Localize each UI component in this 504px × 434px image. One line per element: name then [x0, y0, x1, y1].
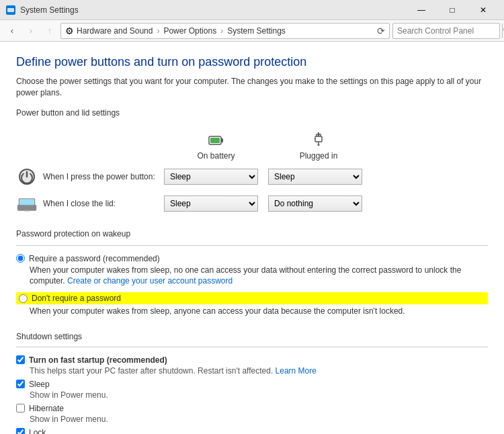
- section-divider-3: [16, 347, 488, 347]
- hibernate-checkbox[interactable]: [16, 404, 25, 413]
- svg-rect-3: [210, 138, 220, 143]
- close-button[interactable]: ✕: [468, 0, 499, 20]
- refresh-button[interactable]: ⟳: [377, 26, 385, 36]
- maximize-button[interactable]: □: [437, 0, 468, 20]
- lid-icon: [16, 193, 38, 214]
- change-password-link[interactable]: Create or change your user account passw…: [67, 276, 233, 286]
- main-content: Define power buttons and turn on passwor…: [0, 42, 504, 434]
- lock-item: Lock Show in account picture menu.: [16, 428, 488, 434]
- breadcrumb-power[interactable]: Power Options: [163, 26, 216, 36]
- fast-startup-label[interactable]: Turn on fast startup (recommended): [16, 355, 488, 365]
- plugged-in-col: Plugged in: [268, 131, 369, 161]
- breadcrumb-current[interactable]: System Settings: [227, 26, 286, 36]
- fast-startup-item: Turn on fast startup (recommended) This …: [16, 355, 488, 376]
- power-button-icon-wrap: [16, 166, 38, 187]
- power-table-header: On battery Plugged in: [16, 131, 488, 161]
- on-battery-col: On battery: [164, 131, 268, 161]
- page-title: Define power buttons and turn on passwor…: [16, 55, 488, 69]
- lid-battery-dropdown-col: Do nothing Sleep Hibernate Shut down: [164, 196, 268, 212]
- no-password-text: Don't require a password: [32, 294, 121, 303]
- lid-label: When I close the lid:: [16, 193, 164, 214]
- no-password-radio[interactable]: [19, 294, 28, 303]
- lock-text: Lock: [29, 428, 46, 434]
- lock-label[interactable]: Lock: [16, 428, 488, 434]
- power-plugged-select[interactable]: Do nothing Sleep Hibernate Shut down Tur…: [268, 169, 362, 185]
- power-battery-dropdown-col: Do nothing Sleep Hibernate Shut down Tur…: [164, 169, 268, 185]
- require-password-option: Require a password (recommended) When yo…: [16, 254, 488, 288]
- fast-startup-desc-text: This helps start your PC faster after sh…: [30, 366, 276, 376]
- lid-battery-select[interactable]: Do nothing Sleep Hibernate Shut down: [164, 196, 258, 212]
- window-controls: — □ ✕: [406, 0, 499, 20]
- power-button-section-label: Power button and lid settings: [16, 108, 488, 118]
- no-password-desc: When your computer wakes from sleep, any…: [30, 306, 488, 317]
- password-section: Password protection on wakeup Require a …: [16, 229, 488, 322]
- hibernate-item: Hibernate Show in Power menu.: [16, 404, 488, 424]
- lid-plugged-select[interactable]: Do nothing Sleep Hibernate Shut down: [268, 196, 362, 212]
- require-password-desc: When your computer wakes from sleep, no …: [30, 265, 488, 288]
- minimize-button[interactable]: —: [406, 0, 437, 20]
- sep2: ›: [220, 26, 223, 36]
- power-battery-select[interactable]: Do nothing Sleep Hibernate Shut down Tur…: [164, 169, 258, 185]
- fast-startup-text: Turn on fast startup (recommended): [29, 355, 167, 365]
- on-battery-label: On battery: [197, 151, 235, 161]
- search-bar: 🔍: [392, 23, 500, 39]
- sleep-item: Sleep Show in Power menu.: [16, 380, 488, 400]
- lid-plugged-dropdown-col: Do nothing Sleep Hibernate Shut down: [268, 196, 369, 212]
- svg-rect-1: [7, 8, 14, 12]
- lid-text: When I close the lid:: [43, 199, 116, 208]
- power-plugged-dropdown-col: Do nothing Sleep Hibernate Shut down Tur…: [268, 169, 369, 185]
- power-button-table: On battery Plugged in: [16, 131, 488, 220]
- no-password-label[interactable]: Don't require a password: [16, 292, 488, 304]
- breadcrumb-hardware[interactable]: Hardware and Sound: [77, 26, 153, 36]
- plugged-in-label: Plugged in: [300, 151, 338, 161]
- lid-icon-wrap: [16, 193, 38, 214]
- fast-startup-desc: This helps start your PC faster after sh…: [30, 366, 488, 376]
- learn-more-link[interactable]: Learn More: [276, 366, 317, 376]
- sep1: ›: [157, 26, 159, 36]
- app-icon: [5, 5, 16, 15]
- up-button: ↑: [42, 23, 58, 39]
- no-password-option: Don't require a password When your compu…: [16, 292, 488, 317]
- nav-bar: ‹ › ↑ ⚙ Hardware and Sound › Power Optio…: [0, 20, 504, 42]
- require-password-text: Require a password (recommended): [29, 254, 160, 263]
- hibernate-text: Hibernate: [29, 404, 64, 413]
- title-bar-left: System Settings: [5, 5, 79, 15]
- page-description: Choose the power settings that you want …: [16, 76, 488, 99]
- hibernate-desc: Show in Power menu.: [30, 415, 488, 424]
- svg-rect-15: [19, 199, 34, 205]
- fast-startup-checkbox[interactable]: [16, 355, 25, 364]
- sleep-desc: Show in Power menu.: [30, 390, 488, 400]
- plugged-icon: [309, 131, 328, 150]
- section-divider-2: [16, 245, 488, 246]
- title-bar: System Settings — □ ✕: [0, 0, 504, 20]
- address-bar: ⚙ Hardware and Sound › Power Options › S…: [60, 23, 390, 39]
- sleep-checkbox[interactable]: [16, 380, 25, 388]
- shutdown-section: Shutdown settings Turn on fast startup (…: [16, 332, 488, 434]
- window-title: System Settings: [20, 5, 79, 15]
- battery-icon: [207, 131, 226, 150]
- sleep-text: Sleep: [29, 380, 50, 389]
- svg-rect-4: [221, 138, 223, 142]
- address-icon: ⚙: [65, 26, 74, 36]
- lock-checkbox[interactable]: [16, 428, 25, 434]
- require-password-label[interactable]: Require a password (recommended): [16, 254, 488, 263]
- password-section-label: Password protection on wakeup: [16, 229, 488, 238]
- shutdown-section-label: Shutdown settings: [16, 332, 488, 341]
- forward-button: ›: [23, 23, 39, 39]
- lid-row: When I close the lid: Do nothing Sleep H…: [16, 193, 488, 214]
- svg-rect-7: [315, 136, 322, 142]
- require-password-radio[interactable]: [16, 254, 25, 263]
- sleep-label[interactable]: Sleep: [16, 380, 488, 389]
- power-button-label: When I press the power button:: [16, 166, 164, 187]
- back-button[interactable]: ‹: [4, 23, 20, 39]
- search-input[interactable]: [393, 26, 502, 36]
- power-button-row: When I press the power button: Do nothin…: [16, 166, 488, 187]
- hibernate-label[interactable]: Hibernate: [16, 404, 488, 413]
- power-button-text: When I press the power button:: [43, 172, 155, 181]
- svg-rect-16: [24, 210, 29, 211]
- power-icon: [17, 167, 36, 186]
